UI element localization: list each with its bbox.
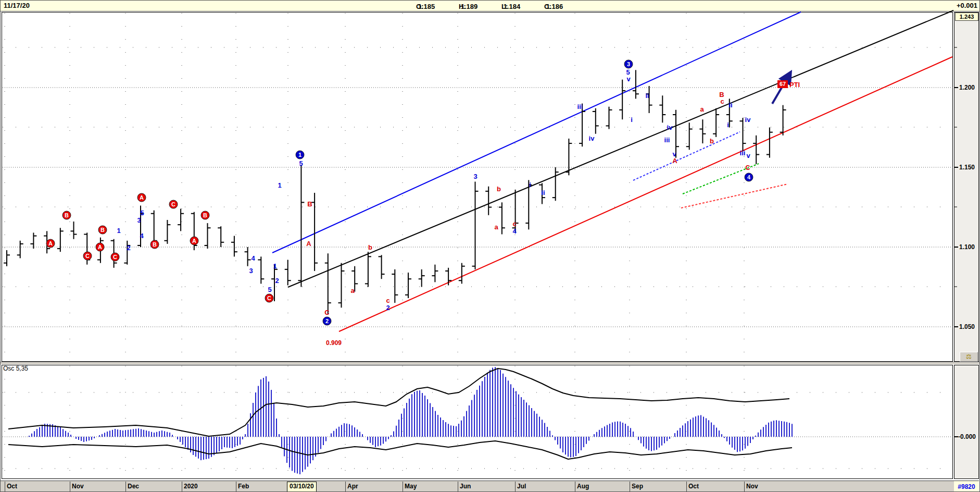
wave-label-blue: 4 xyxy=(512,227,516,235)
time-axis-tick xyxy=(515,482,516,492)
wave-label-blue-circle: 2 xyxy=(323,317,332,326)
wave-label-blue: 1 xyxy=(278,181,281,189)
oscillator-zero-label: -0.000 xyxy=(958,433,976,440)
time-axis-tick xyxy=(70,482,70,492)
wave-label-red: A xyxy=(672,157,677,165)
wave-label-blue: 5 xyxy=(268,286,271,293)
wave-label-red-circle: B xyxy=(201,211,210,220)
time-axis-month-label: Nov xyxy=(72,483,84,490)
axis-ticks xyxy=(954,47,958,437)
wave-label-red: C xyxy=(745,164,750,171)
time-axis-tick xyxy=(686,482,687,492)
channel-lines xyxy=(272,10,953,331)
wave-label-blue: iii xyxy=(740,149,746,157)
wave-label-red-circle: A xyxy=(96,243,105,252)
channel-start-price-label: 0.909 xyxy=(326,339,342,347)
wave-label-blue: 3 xyxy=(473,173,477,180)
wave-label-red: b xyxy=(497,185,501,193)
wave-label-blue: iii xyxy=(664,136,670,144)
wave-label-blue: v xyxy=(746,152,750,159)
trend-arrow xyxy=(772,73,790,104)
time-axis-tick xyxy=(125,482,126,492)
wave-label-red: B xyxy=(307,200,312,208)
price-bars xyxy=(4,70,786,314)
time-axis-tick xyxy=(345,482,346,492)
chart-id-badge: #9820 xyxy=(954,481,979,492)
wave-label-red: a xyxy=(700,105,703,113)
time-axis-month-label: Oct xyxy=(7,483,17,490)
wave-label-red: C xyxy=(324,309,329,316)
time-axis-tick xyxy=(236,482,236,492)
oscillator-histogram xyxy=(8,367,792,474)
time-axis-month-label: Dec xyxy=(128,483,139,490)
highlighted-date-marker: 03/10/20 xyxy=(287,482,317,492)
wave-label-blue: 3 xyxy=(249,267,253,275)
time-axis-month-label: May xyxy=(405,483,417,490)
wave-label-red: a xyxy=(494,223,498,231)
pti-label: PTI xyxy=(789,81,800,89)
wave-label-blue: iv xyxy=(667,124,673,131)
wave-label-blue: i xyxy=(631,116,633,124)
wave-label-blue: 5 xyxy=(140,209,144,217)
pti-value-box: 67 xyxy=(777,80,788,88)
wave-label-blue-circle: 4 xyxy=(745,173,753,182)
gridlines xyxy=(3,13,953,478)
wave-label-blue: 5 xyxy=(299,159,303,167)
wave-label-blue: 1 xyxy=(273,262,277,270)
wave-label-red-circle: C xyxy=(111,253,120,262)
price-axis-label: 1.200 xyxy=(959,84,975,91)
wave-label-blue-circle: 3 xyxy=(624,60,633,69)
wave-label-blue: 3 xyxy=(137,216,141,224)
wave-label-red-circle: A xyxy=(46,239,55,248)
time-axis-tick xyxy=(575,482,575,492)
wave-label-blue-circle: 1 xyxy=(296,151,305,159)
time-axis[interactable]: OctNovDec2020Feb03/10/20AprMayJunJulAugS… xyxy=(1,481,954,492)
wave-label-blue: v xyxy=(626,75,630,83)
wave-label-red-circle: B xyxy=(62,211,71,220)
time-axis-month-label: Aug xyxy=(577,483,589,490)
time-axis-month-label: Sep xyxy=(632,483,643,490)
wave-label-blue: iv xyxy=(745,116,751,124)
time-axis-month-label: Oct xyxy=(688,483,699,490)
wave-label-blue: i xyxy=(727,121,729,129)
wave-label-blue: iii xyxy=(577,103,583,110)
wave-label-blue: i xyxy=(529,181,531,189)
price-axis-label: 1.150 xyxy=(959,164,975,171)
wave-label-blue: 4 xyxy=(251,254,255,262)
time-axis-tick xyxy=(630,482,630,492)
price-axis-label: 1.050 xyxy=(959,323,975,330)
wave-label-blue: ii xyxy=(645,92,649,100)
wave-label-red-circle: C xyxy=(83,252,92,261)
wave-label-red-circle: A xyxy=(137,193,146,202)
wave-label-blue: ii xyxy=(541,189,545,196)
time-axis-month-label: Apr xyxy=(347,483,358,490)
wave-label-red-circle: C xyxy=(265,294,274,303)
time-axis-month-label: 2020 xyxy=(184,483,198,490)
chart-canvas xyxy=(1,1,980,492)
wave-label-blue: 2 xyxy=(275,277,279,285)
time-axis-tick xyxy=(5,482,5,492)
wave-label-blue: 1 xyxy=(117,227,120,235)
wave-label-blue: iv xyxy=(589,134,595,142)
wave-label-red: c xyxy=(720,97,724,105)
time-axis-tick xyxy=(182,482,182,492)
wave-label-red: c xyxy=(512,220,516,228)
time-axis-month-label: Nov xyxy=(746,483,758,490)
wave-label-red-circle: B xyxy=(150,240,159,249)
time-axis-tick xyxy=(744,482,745,492)
time-axis-month-label: Jul xyxy=(517,483,526,490)
chart-window: 11/17/20 O: 1.185 H: 1.189 L: 1.184 C: 1… xyxy=(0,0,980,492)
wave-label-red: b xyxy=(710,137,714,145)
wave-label-red: b xyxy=(368,243,372,251)
wave-label-red: A xyxy=(306,240,311,248)
wave-label-blue: 2 xyxy=(386,304,390,312)
wave-label-red: a xyxy=(350,287,354,294)
time-axis-tick xyxy=(458,482,458,492)
time-axis-month-label: Feb xyxy=(238,483,249,490)
wave-label-blue: ii xyxy=(728,101,732,109)
wave-label-red: c xyxy=(386,297,390,304)
wave-label-red-circle: C xyxy=(169,200,178,209)
wave-label-blue: 4 xyxy=(140,232,143,240)
time-axis-month-label: Jun xyxy=(460,483,471,490)
wave-label-red-circle: A xyxy=(190,237,199,245)
